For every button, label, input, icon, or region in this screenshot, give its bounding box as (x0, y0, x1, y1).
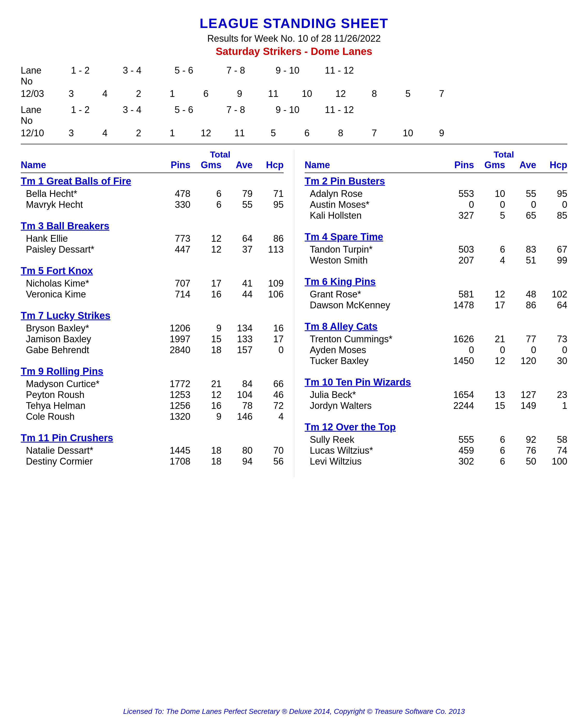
player-row: Dawson McKenney1478178664 (304, 300, 567, 311)
player-gms: 18 (190, 445, 222, 456)
player-gms: 12 (474, 355, 505, 366)
player-name: Austin Moses* (304, 199, 422, 210)
player-name: Gabe Behrendt (21, 345, 139, 355)
player-ave: 149 (505, 400, 536, 411)
player-pins: 1206 (139, 323, 190, 334)
player-hcp: 70 (253, 445, 284, 456)
player-gms: 0 (474, 345, 505, 355)
player-hcp: 74 (536, 445, 567, 456)
player-hcp: 46 (253, 390, 284, 400)
player-ave: 48 (505, 289, 536, 300)
player-name: Lucas Wiltzius* (304, 445, 422, 456)
player-name: Jordyn Walters (304, 400, 422, 411)
player-row: Destiny Cormier1708189456 (21, 456, 284, 467)
player-gms: 9 (190, 411, 222, 422)
player-gms: 5 (474, 210, 505, 221)
player-hcp: 85 (536, 210, 567, 221)
player-gms: 12 (190, 233, 222, 244)
player-hcp: 0 (536, 345, 567, 355)
player-gms: 6 (190, 199, 222, 210)
col-headers-right: Name Total Pins Gms Ave Hcp (304, 149, 567, 173)
team-block: Tm 2 Pin BustersAdalyn Rose553105595Aust… (304, 176, 567, 221)
player-row: Grant Rose*5811248102 (304, 289, 567, 300)
player-row: Kali Hollsten32756585 (304, 210, 567, 221)
page-title: LEAGUE STANDING SHEET (21, 16, 567, 31)
player-hcp: 56 (253, 456, 284, 467)
lane-row-1-header: Lane No 1 - 2 3 - 4 5 - 6 7 - 8 9 - 10 1… (21, 65, 567, 87)
player-name: Weston Smith (304, 255, 422, 266)
player-gms: 12 (474, 289, 505, 300)
player-ave: 146 (222, 411, 253, 422)
player-ave: 64 (222, 233, 253, 244)
player-pins: 714 (139, 289, 190, 300)
lane-row-1-date: 12/03 34 21 69 1110 128 57 (21, 88, 567, 99)
player-row: Tehya Helman1256167872 (21, 400, 284, 411)
player-hcp: 23 (536, 390, 567, 400)
player-hcp: 30 (536, 355, 567, 366)
player-row: Austin Moses*0000 (304, 199, 567, 210)
player-name: Tandon Turpin* (304, 244, 422, 255)
player-gms: 16 (190, 400, 222, 411)
player-row: Trenton Cummings*1626217773 (304, 334, 567, 345)
player-ave: 55 (222, 199, 253, 210)
player-hcp: 67 (536, 244, 567, 255)
player-ave: 37 (222, 244, 253, 255)
player-row: Peyton Roush12531210446 (21, 390, 284, 400)
team-name: Tm 6 King Pins (304, 276, 567, 287)
player-gms: 9 (190, 323, 222, 334)
player-pins: 1320 (139, 411, 190, 422)
player-gms: 17 (190, 278, 222, 289)
team-block: Tm 12 Over the TopSully Reek55569258Luca… (304, 421, 567, 467)
player-ave: 79 (222, 188, 253, 199)
player-name: Tucker Baxley (304, 355, 422, 366)
player-row: Natalie Dessart*1445188070 (21, 445, 284, 456)
player-ave: 120 (505, 355, 536, 366)
player-gms: 15 (474, 400, 505, 411)
player-gms: 6 (474, 434, 505, 445)
player-row: Tandon Turpin*50368367 (304, 244, 567, 255)
footer: Licensed To: The Dome Lanes Perfect Secr… (0, 707, 588, 715)
player-ave: 50 (505, 456, 536, 467)
player-name: Madyson Curtice* (21, 378, 139, 390)
player-ave: 78 (222, 400, 253, 411)
player-hcp: 106 (253, 289, 284, 300)
player-ave: 84 (222, 378, 253, 390)
team-block: Tm 1 Great Balls of FireBella Hecht*4786… (21, 176, 284, 210)
player-pins: 1253 (139, 390, 190, 400)
player-name: Nicholas Kime* (21, 278, 139, 289)
player-name: Veronica Kime (21, 289, 139, 300)
player-row: Ayden Moses0000 (304, 345, 567, 355)
player-name: Levi Wiltzius (304, 456, 422, 467)
player-row: Adalyn Rose553105595 (304, 188, 567, 199)
player-hcp: 113 (253, 244, 284, 255)
league-name: Saturday Strikers - Dome Lanes (21, 46, 567, 57)
player-hcp: 73 (536, 334, 567, 345)
player-pins: 503 (422, 244, 474, 255)
player-ave: 55 (505, 188, 536, 199)
player-name: Bryson Baxley* (21, 323, 139, 334)
player-hcp: 95 (536, 188, 567, 199)
player-pins: 773 (139, 233, 190, 244)
player-row: Julia Beck*16541312723 (304, 390, 567, 400)
player-name: Trenton Cummings* (304, 334, 422, 345)
player-ave: 80 (222, 445, 253, 456)
player-ave: 133 (222, 334, 253, 345)
player-gms: 17 (474, 300, 505, 311)
player-gms: 21 (474, 334, 505, 345)
player-gms: 0 (474, 199, 505, 210)
player-name: Grant Rose* (304, 289, 422, 300)
player-ave: 0 (505, 199, 536, 210)
team-block: Tm 9 Rolling PinsMadyson Curtice*1772218… (21, 366, 284, 422)
player-name: Jamison Baxley (21, 334, 139, 345)
team-block: Tm 10 Ten Pin WizardsJulia Beck*16541312… (304, 377, 567, 411)
player-hcp: 0 (253, 345, 284, 355)
player-row: Tucker Baxley14501212030 (304, 355, 567, 366)
player-pins: 1256 (139, 400, 190, 411)
player-name: Hank Ellie (21, 233, 139, 244)
team-name: Tm 12 Over the Top (304, 421, 567, 433)
player-row: Madyson Curtice*1772218466 (21, 378, 284, 390)
player-hcp: 72 (253, 400, 284, 411)
player-pins: 1478 (422, 300, 474, 311)
player-gms: 4 (474, 255, 505, 266)
player-hcp: 58 (536, 434, 567, 445)
